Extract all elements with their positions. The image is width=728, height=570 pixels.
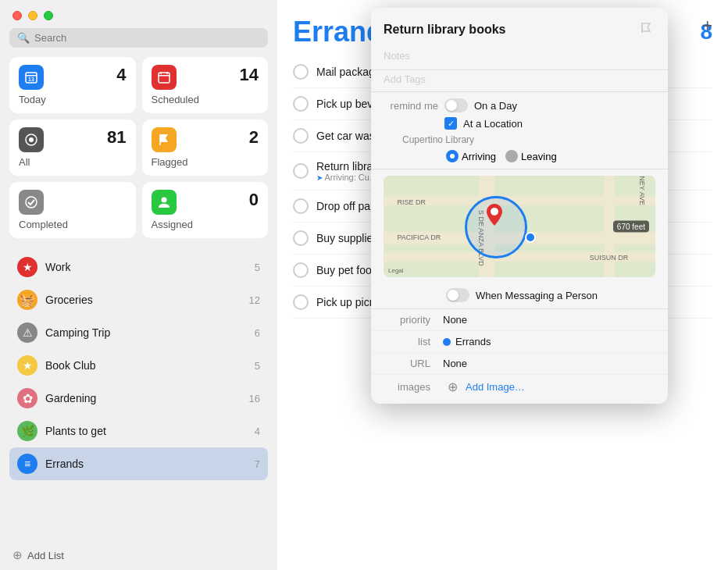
map-background: S DE ANZA BLVD PACIFICA DR ANEY AVE RISE… [384,176,655,277]
plants-label: Plants to get [45,425,247,437]
task-circle[interactable] [293,294,309,310]
arriving-option[interactable]: Arriving [446,150,496,162]
camping-count: 6 [255,327,260,339]
task-circle[interactable] [293,96,309,112]
map-pin [487,204,502,229]
errands-label: Errands [45,458,247,470]
svg-point-11 [161,198,166,203]
svg-point-8 [29,137,34,142]
list-item-bookclub[interactable]: ★ Book Club 5 [9,349,268,382]
groceries-label: Groceries [45,294,241,306]
notes-placeholder[interactable]: Notes [384,48,655,63]
task-circle[interactable] [293,230,309,246]
work-label: Work [45,261,247,273]
task-circle[interactable] [293,64,309,80]
groceries-dot: 🧺 [17,290,37,310]
priority-label: priority [384,314,430,326]
remind-section: remind me On a Day ✓ At a Location Cuper… [371,92,668,169]
flagged-icon [152,127,177,152]
list-color-dot [443,338,451,346]
url-value: None [443,358,467,369]
svg-point-10 [26,197,37,208]
tags-placeholder[interactable]: Add Tags [384,73,655,85]
detail-header: Return library books [371,8,668,45]
all-label: All [19,156,127,168]
completed-icon [19,190,44,215]
completed-label: Completed [19,219,127,230]
today-icon: 13 [19,65,44,90]
today-label: Today [19,94,127,105]
flagged-label: Flagged [152,156,259,168]
map-label-rise: RISE DR [397,198,426,206]
flag-button[interactable] [637,19,655,41]
search-bar[interactable]: 🔍 [9,28,268,48]
bookclub-count: 5 [255,360,260,372]
gardening-count: 16 [249,393,260,404]
camping-label: Camping Trip [45,326,247,339]
all-count: 81 [107,127,126,148]
map-label-pacifica: PACIFICA DR [397,233,441,241]
arriving-radio[interactable] [446,150,459,162]
close-button[interactable] [12,11,22,20]
svg-text:13: 13 [28,77,34,82]
arriving-leaving-row: Arriving Leaving [446,150,655,162]
tags-section: Add Tags [371,70,668,92]
url-row: URL None [371,353,668,375]
smart-list-assigned[interactable]: 0 Assigned [142,182,269,238]
task-circle[interactable] [293,128,309,144]
flagged-count: 2 [249,127,259,148]
smart-list-all[interactable]: 81 All [9,119,136,176]
map-distance-label: 670 feet [613,221,649,233]
task-circle[interactable] [293,198,309,214]
bookclub-label: Book Club [45,359,247,372]
minimize-button[interactable] [28,11,37,20]
list-item-plants[interactable]: 🌿 Plants to get 4 [9,415,268,447]
smart-list-scheduled[interactable]: 14 Scheduled [142,57,269,113]
task-circle[interactable] [293,262,309,278]
on-a-day-toggle[interactable] [444,98,468,112]
list-item-gardening[interactable]: ✿ Gardening 16 [9,382,268,415]
smart-list-flagged[interactable]: 2 Flagged [142,119,269,176]
errands-dot: ≡ [17,454,37,474]
add-task-button[interactable]: + [702,16,712,36]
search-input[interactable] [34,32,260,44]
notes-section: Notes [371,45,668,70]
lists-section: ★ Work 5 🧺 Groceries 12 ⚠ Camping Trip 6… [0,248,277,540]
detail-title: Return library books [384,23,505,37]
map-label-suisun: SUISUN DR [590,254,629,262]
leaving-radio[interactable] [505,150,518,162]
smart-list-today[interactable]: 13 4 Today [9,57,136,113]
task-circle[interactable] [293,163,309,179]
map-container[interactable]: S DE ANZA BLVD PACIFICA DR ANEY AVE RISE… [384,176,655,277]
list-item-errands[interactable]: ≡ Errands 7 [9,447,268,480]
add-list-label: Add List [27,550,64,561]
remind-at-location-row: ✓ At a Location [384,117,655,130]
leaving-label: Leaving [521,151,557,162]
at-location-label: At a Location [463,118,523,130]
maximize-button[interactable] [44,11,53,20]
groceries-count: 12 [249,294,260,306]
at-location-checkbox[interactable]: ✓ [444,117,457,130]
url-label: URL [384,358,430,369]
leaving-option[interactable]: Leaving [505,150,557,162]
smart-lists: 13 4 Today 14 Scheduled [0,57,277,248]
list-item-work[interactable]: ★ Work 5 [9,251,268,283]
add-image-label[interactable]: Add Image… [466,381,525,393]
arriving-label: Arriving [462,151,496,162]
images-row: images ⊕ Add Image… [371,375,668,404]
svg-rect-3 [159,73,170,83]
window-controls [0,0,277,28]
search-icon: 🔍 [17,32,30,44]
main-content: Errands 8 Mail packages Pick up bever… G… [277,0,728,570]
list-item-camping[interactable]: ⚠ Camping Trip 6 [9,316,268,349]
assigned-icon [152,190,177,215]
sidebar: 🔍 13 4 Today [0,0,277,570]
on-a-day-label: On a Day [474,100,517,112]
scheduled-icon [152,65,177,90]
detail-panel: Return library books Notes Add Tags remi… [371,8,668,404]
list-item-groceries[interactable]: 🧺 Groceries 12 [9,283,268,316]
add-list-button[interactable]: ⊕ Add List [0,540,277,570]
messaging-toggle[interactable] [446,288,469,302]
smart-list-completed[interactable]: Completed [9,182,136,238]
add-list-icon: ⊕ [12,548,23,562]
